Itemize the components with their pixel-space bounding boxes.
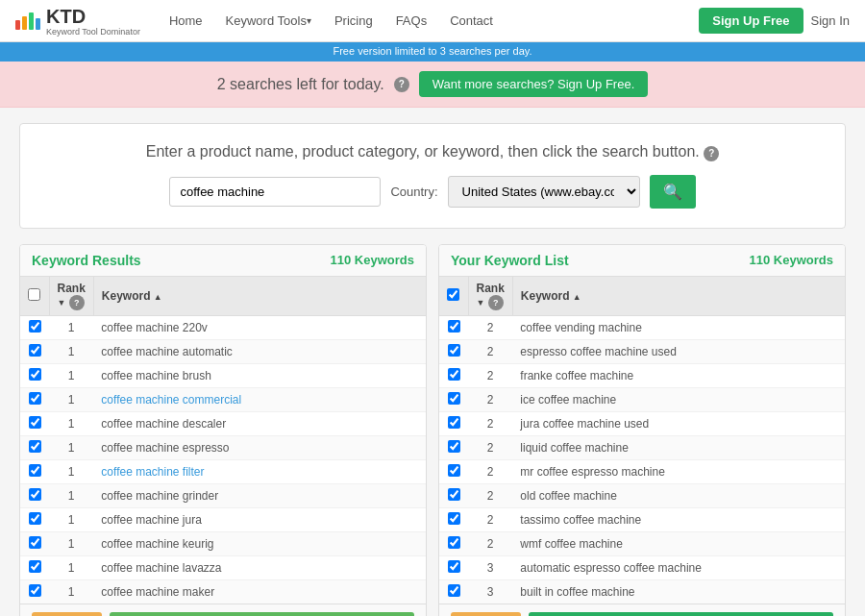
row-rank: 2 [468, 531, 512, 555]
table-row: 3 automatic espresso coffee machine [439, 555, 845, 579]
logo-subtext: Keyword Tool Dominator [46, 28, 140, 37]
table-row: 1 coffee machine keurig [20, 531, 426, 555]
keyword-link[interactable]: coffee machine filter [101, 465, 204, 479]
row-rank: 3 [468, 579, 512, 604]
row-checkbox-cell [439, 315, 468, 339]
row-rank: 2 [468, 483, 512, 507]
row-checkbox[interactable] [448, 512, 460, 525]
table-row: 1 coffee machine 220v [20, 315, 426, 339]
row-rank: 1 [49, 387, 93, 411]
col-checkbox-right [439, 277, 468, 316]
keyword-list-body: 2 coffee vending machine 2 espresso coff… [439, 315, 845, 604]
keyword-results-table-container: Rank ▼ ? Keyword ▲ 1 coffee machine 220v… [20, 277, 426, 604]
row-keyword: coffee machine jura [93, 507, 426, 531]
nav-right: Sign Up Free Sign In [699, 8, 850, 34]
row-checkbox[interactable] [29, 536, 41, 549]
nav-home[interactable]: Home [160, 10, 212, 32]
row-checkbox[interactable] [29, 344, 41, 357]
searches-left-text: 2 searches left for today. [217, 76, 384, 93]
keyword-results-header: Keyword Results 110 Keywords [20, 245, 426, 277]
select-all-checkbox-right[interactable] [447, 288, 459, 301]
table-row: 2 liquid coffee machine [439, 435, 845, 459]
clear-all-button-left[interactable]: Clear All [32, 612, 102, 617]
row-checkbox[interactable] [448, 392, 460, 405]
row-checkbox-cell [439, 387, 468, 411]
nav-faqs[interactable]: FAQs [386, 10, 437, 32]
row-checkbox-cell [20, 555, 49, 579]
signup-button[interactable]: Sign Up Free [699, 8, 803, 34]
col-keyword[interactable]: Keyword ▲ [93, 277, 426, 316]
table-row: 2 espresso coffee machine used [439, 339, 845, 363]
row-keyword: coffee machine espresso [93, 435, 426, 459]
row-checkbox-cell [20, 315, 49, 339]
row-checkbox[interactable] [448, 440, 460, 453]
row-keyword: jura coffee machine used [512, 411, 845, 435]
col-rank[interactable]: Rank ▼ ? [49, 277, 93, 316]
row-checkbox[interactable] [29, 560, 41, 573]
results-section: Keyword Results 110 Keywords Rank ▼ ? Ke… [19, 244, 846, 617]
row-checkbox[interactable] [29, 368, 41, 381]
row-checkbox[interactable] [448, 584, 460, 597]
row-keyword: tassimo coffee machine [512, 507, 845, 531]
search-input[interactable] [169, 177, 381, 207]
row-rank: 1 [49, 459, 93, 483]
table-row: 1 coffee machine lavazza [20, 555, 426, 579]
search-help-icon[interactable]: ? [704, 146, 719, 161]
row-checkbox[interactable] [29, 392, 41, 405]
row-checkbox[interactable] [29, 488, 41, 501]
table-row: 1 coffee machine filter [20, 459, 426, 483]
row-keyword: coffee vending machine [512, 315, 845, 339]
row-checkbox[interactable] [448, 320, 460, 333]
row-rank: 1 [49, 315, 93, 339]
row-checkbox[interactable] [29, 320, 41, 333]
clear-all-button-right[interactable]: Clear All [451, 612, 521, 617]
nav-contact[interactable]: Contact [440, 10, 503, 32]
row-checkbox-cell [20, 507, 49, 531]
row-checkbox[interactable] [29, 440, 41, 453]
download-button[interactable]: Download Selected Keywords [529, 612, 833, 617]
row-checkbox[interactable] [29, 416, 41, 429]
alert-help-icon[interactable]: ? [394, 77, 409, 92]
row-keyword: coffee machine lavazza [93, 555, 426, 579]
row-keyword: coffee machine descaler [93, 411, 426, 435]
signin-button[interactable]: Sign In [811, 13, 850, 28]
nav-pricing[interactable]: Pricing [325, 10, 383, 32]
row-checkbox-cell [20, 411, 49, 435]
keyword-list-panel: Your Keyword List 110 Keywords Rank ▼ ? … [438, 244, 846, 617]
keyword-link[interactable]: coffee machine commercial [101, 393, 241, 407]
keyword-results-count: 110 Keywords [331, 253, 414, 267]
country-select[interactable]: United States (www.ebay.com) United King… [448, 176, 640, 208]
keyword-list-table-container: Rank ▼ ? Keyword ▲ 2 coffee vending mach… [439, 277, 845, 604]
want-more-button[interactable]: Want more searches? Sign Up Free. [419, 71, 649, 97]
table-row: 2 franke coffee machine [439, 363, 845, 387]
row-rank: 1 [49, 507, 93, 531]
logo-bar-2 [22, 16, 27, 30]
search-button[interactable]: 🔍 [650, 175, 696, 209]
row-checkbox[interactable] [448, 488, 460, 501]
row-keyword: ice coffee machine [512, 387, 845, 411]
row-keyword: franke coffee machine [512, 363, 845, 387]
add-selected-button[interactable]: Add Selected to Your Keyword List [110, 612, 414, 617]
row-checkbox[interactable] [29, 464, 41, 477]
row-checkbox[interactable] [448, 368, 460, 381]
row-keyword: espresso coffee machine used [512, 339, 845, 363]
row-checkbox-cell [20, 435, 49, 459]
row-checkbox[interactable] [448, 560, 460, 573]
row-checkbox[interactable] [29, 584, 41, 597]
col-rank-right[interactable]: Rank ▼ ? [468, 277, 512, 316]
col-keyword-right[interactable]: Keyword ▲ [512, 277, 845, 316]
row-checkbox[interactable] [448, 536, 460, 549]
nav-keyword-tools[interactable]: Keyword Tools [216, 10, 321, 32]
row-checkbox-cell [20, 387, 49, 411]
table-row: 1 coffee machine brush [20, 363, 426, 387]
row-checkbox-cell [439, 459, 468, 483]
row-checkbox[interactable] [29, 512, 41, 525]
row-checkbox[interactable] [448, 344, 460, 357]
row-keyword: coffee machine commercial [93, 387, 426, 411]
row-rank: 2 [468, 387, 512, 411]
table-row: 2 old coffee machine [439, 483, 845, 507]
row-checkbox[interactable] [448, 464, 460, 477]
row-keyword: mr coffee espresso machine [512, 459, 845, 483]
select-all-checkbox[interactable] [28, 288, 40, 301]
row-checkbox[interactable] [448, 416, 460, 429]
